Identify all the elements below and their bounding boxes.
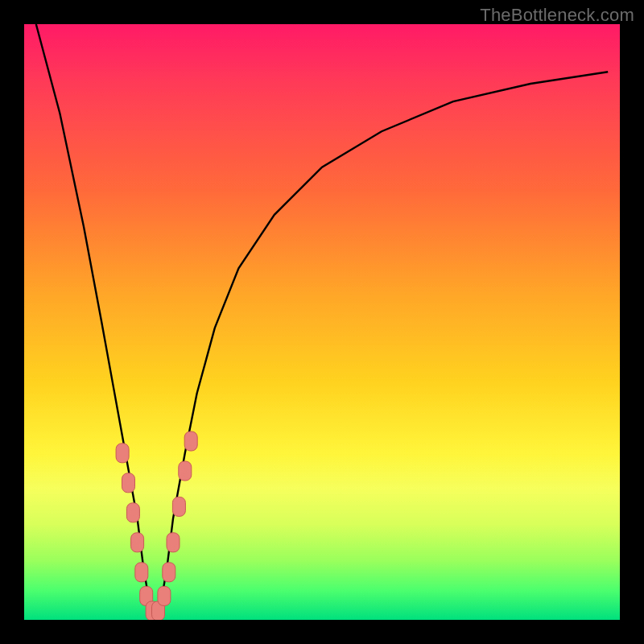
curve-marker [135,563,148,582]
curve-marker [179,461,192,481]
chart-svg [24,24,620,620]
curve-marker [126,503,139,522]
curve-marker [184,431,197,451]
curve-marker [167,533,180,552]
outer-frame: TheBottleneck.com [0,0,644,644]
curve-marker [163,563,175,582]
plot-area [24,24,620,620]
curve-marker [122,473,135,493]
watermark-text: TheBottleneck.com [480,5,634,26]
marker-group [116,431,197,620]
bottleneck-curve [36,24,608,620]
curve-marker [158,586,171,605]
curve-marker [116,444,129,463]
curve-marker [172,497,185,516]
curve-marker [131,533,144,552]
